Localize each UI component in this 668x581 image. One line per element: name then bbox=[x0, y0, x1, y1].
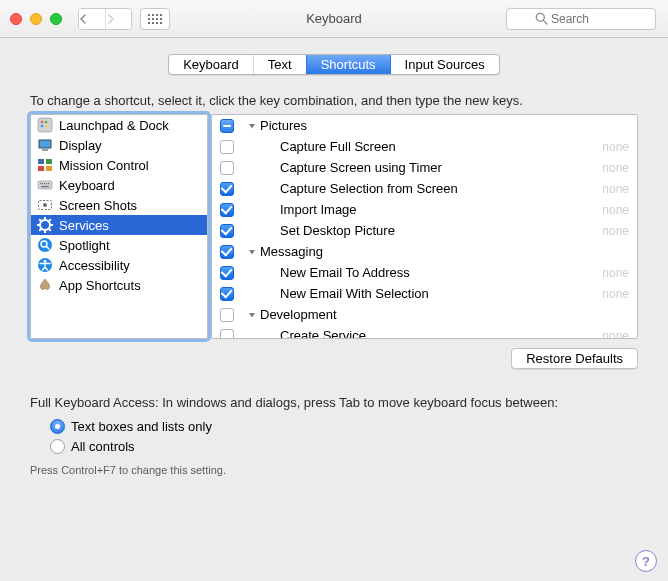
checkbox[interactable] bbox=[220, 203, 234, 217]
shortcut-label: Pictures bbox=[260, 118, 631, 133]
fka-hint: Press Control+F7 to change this setting. bbox=[30, 464, 638, 476]
shortcut-label: New Email With Selection bbox=[280, 286, 602, 301]
shortcut-item[interactable]: Import Imagenone bbox=[212, 199, 637, 220]
help-button[interactable]: ? bbox=[634, 549, 656, 571]
content: KeyboardTextShortcutsInput Sources To ch… bbox=[0, 38, 668, 486]
checkbox[interactable] bbox=[220, 287, 234, 301]
shortcut-key[interactable]: none bbox=[602, 224, 631, 238]
shortcut-item[interactable]: Capture Selection from Screennone bbox=[212, 178, 637, 199]
shortcut-pane: PicturesCapture Full ScreennoneCapture S… bbox=[211, 114, 638, 339]
checkbox[interactable] bbox=[220, 224, 234, 238]
tab-keyboard[interactable]: Keyboard bbox=[169, 55, 253, 74]
checkbox[interactable] bbox=[220, 308, 234, 322]
shortcut-label: Import Image bbox=[280, 202, 602, 217]
checkbox[interactable] bbox=[220, 119, 234, 133]
svg-point-5 bbox=[41, 125, 44, 128]
shortcut-item[interactable]: Capture Screen using Timernone bbox=[212, 157, 637, 178]
mission-control-icon bbox=[37, 157, 53, 173]
category-screen-shots[interactable]: Screen Shots bbox=[31, 195, 207, 215]
svg-rect-12 bbox=[38, 166, 44, 171]
shortcut-item[interactable]: New Email With Selectionnone bbox=[212, 283, 637, 304]
svg-line-29 bbox=[49, 229, 51, 231]
category-display[interactable]: Display bbox=[31, 135, 207, 155]
shortcut-group[interactable]: Development bbox=[212, 304, 637, 325]
disclosure-triangle-icon[interactable] bbox=[248, 311, 256, 319]
shortcut-item[interactable]: Capture Full Screennone bbox=[212, 136, 637, 157]
search-icon bbox=[534, 11, 549, 26]
shortcut-group[interactable]: Messaging bbox=[212, 241, 637, 262]
minimize-button[interactable] bbox=[30, 13, 42, 25]
checkbox[interactable] bbox=[220, 182, 234, 196]
shortcut-label: Capture Selection from Screen bbox=[280, 181, 602, 196]
category-mission-control[interactable]: Mission Control bbox=[31, 155, 207, 175]
disclosure-triangle-icon[interactable] bbox=[248, 248, 256, 256]
category-keyboard[interactable]: Keyboard bbox=[31, 175, 207, 195]
search-input[interactable] bbox=[506, 8, 656, 30]
shortcut-label: Capture Screen using Timer bbox=[280, 160, 602, 175]
checkbox[interactable] bbox=[220, 161, 234, 175]
spotlight-icon bbox=[37, 237, 53, 253]
fka-option-label: All controls bbox=[71, 439, 135, 454]
shortcut-item[interactable]: New Email To Addressnone bbox=[212, 262, 637, 283]
category-launchpad-dock[interactable]: Launchpad & Dock bbox=[31, 115, 207, 135]
close-button[interactable] bbox=[10, 13, 22, 25]
search-wrap bbox=[506, 8, 656, 30]
fka-option[interactable]: All controls bbox=[50, 436, 638, 456]
shortcut-key[interactable]: none bbox=[602, 266, 631, 280]
category-list[interactable]: Launchpad & DockDisplayMission ControlKe… bbox=[30, 114, 208, 339]
category-label: Keyboard bbox=[59, 178, 115, 193]
show-all-button[interactable] bbox=[140, 8, 170, 30]
checkbox[interactable] bbox=[220, 140, 234, 154]
shortcut-key[interactable]: none bbox=[602, 182, 631, 196]
category-accessibility[interactable]: Accessibility bbox=[31, 255, 207, 275]
radio-button[interactable] bbox=[50, 419, 65, 434]
disclosure-triangle-icon[interactable] bbox=[248, 122, 256, 130]
keyboard-icon bbox=[37, 177, 53, 193]
shortcut-key[interactable]: none bbox=[602, 161, 631, 175]
shortcut-key[interactable]: none bbox=[602, 140, 631, 154]
zoom-button[interactable] bbox=[50, 13, 62, 25]
shortcut-item[interactable]: Create Servicenone bbox=[212, 325, 637, 338]
restore-defaults-button[interactable]: Restore Defaults bbox=[511, 348, 638, 369]
category-label: Spotlight bbox=[59, 238, 110, 253]
category-services[interactable]: Services bbox=[31, 215, 207, 235]
checkbox[interactable] bbox=[220, 266, 234, 280]
shortcut-item[interactable]: Set Desktop Picturenone bbox=[212, 220, 637, 241]
accessibility-icon bbox=[37, 257, 53, 273]
shortcut-key[interactable]: none bbox=[602, 329, 631, 339]
help-icon: ? bbox=[635, 550, 657, 572]
svg-rect-18 bbox=[46, 183, 47, 184]
panes: Launchpad & DockDisplayMission ControlKe… bbox=[30, 114, 638, 339]
svg-rect-16 bbox=[42, 183, 43, 184]
svg-rect-13 bbox=[46, 166, 52, 171]
shortcut-list[interactable]: PicturesCapture Full ScreennoneCapture S… bbox=[212, 115, 637, 338]
svg-point-32 bbox=[38, 238, 52, 252]
svg-rect-15 bbox=[40, 183, 41, 184]
forward-button[interactable] bbox=[105, 9, 131, 29]
radio-button[interactable] bbox=[50, 439, 65, 454]
tab-bar: KeyboardTextShortcutsInput Sources bbox=[30, 54, 638, 75]
back-button[interactable] bbox=[79, 9, 105, 29]
shortcut-group[interactable]: Pictures bbox=[212, 115, 637, 136]
checkbox[interactable] bbox=[220, 245, 234, 259]
tab-shortcuts[interactable]: Shortcuts bbox=[306, 55, 390, 74]
nav-buttons bbox=[78, 8, 132, 30]
grid-icon bbox=[148, 14, 162, 24]
category-label: Screen Shots bbox=[59, 198, 137, 213]
tab-text[interactable]: Text bbox=[253, 55, 306, 74]
checkbox[interactable] bbox=[220, 329, 234, 339]
shortcut-key[interactable]: none bbox=[602, 203, 631, 217]
shortcut-key[interactable]: none bbox=[602, 287, 631, 301]
svg-rect-19 bbox=[48, 183, 49, 184]
fka-option[interactable]: Text boxes and lists only bbox=[50, 416, 638, 436]
tab-input-sources[interactable]: Input Sources bbox=[390, 55, 499, 74]
app-shortcuts-icon bbox=[37, 277, 53, 293]
category-app-shortcuts[interactable]: App Shortcuts bbox=[31, 275, 207, 295]
category-spotlight[interactable]: Spotlight bbox=[31, 235, 207, 255]
category-label: Mission Control bbox=[59, 158, 149, 173]
fka-heading: Full Keyboard Access: In windows and dia… bbox=[30, 395, 638, 410]
shortcut-label: Set Desktop Picture bbox=[280, 223, 602, 238]
shortcut-label: Development bbox=[260, 307, 631, 322]
category-label: Display bbox=[59, 138, 102, 153]
display-icon bbox=[37, 137, 53, 153]
